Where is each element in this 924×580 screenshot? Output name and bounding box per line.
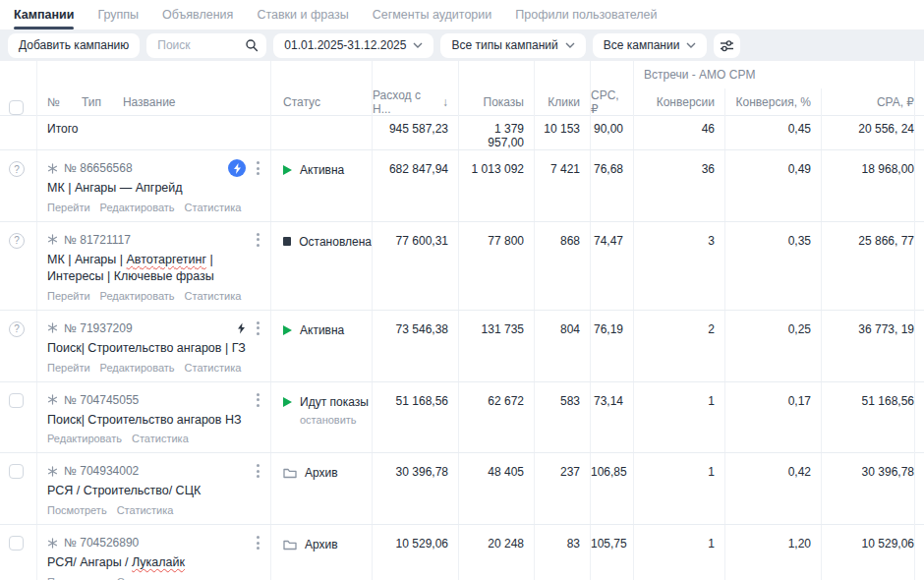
status-cell: Архив [270,453,372,524]
column-header-cpc[interactable]: CPC, ₽ [590,88,633,116]
campaigns-table: Встречи - AMO CPM № Тип Название Статус … [0,61,924,580]
column-header-cost[interactable]: Расход с Н... ↓ [372,88,458,116]
campaign-name: РСЯ / Строительство/ СЦК [47,483,264,499]
cost-cell: 77 600,31 [372,222,458,310]
tab-groups[interactable]: Группы [97,1,139,29]
cost-header-label: Расход с Н... [373,88,438,116]
row-action-link[interactable]: Перейти [47,202,90,213]
column-header-type[interactable]: Тип [82,95,101,109]
column-header-clicks[interactable]: Клики [534,88,590,116]
campaign-number: № 704526890 [64,536,139,550]
row-action-link[interactable]: Перейти [47,290,90,302]
status-label: Архив [305,466,338,480]
row-action-link[interactable]: Статистика [185,290,242,302]
kebab-menu-icon[interactable] [252,391,264,409]
stop-campaign-link[interactable]: остановить [300,414,372,426]
campaign-name: Поиск| Строительство ангаров | ГЗ [47,340,264,357]
help-icon[interactable]: ? [9,321,25,337]
row-action-link[interactable]: Статистика [117,576,174,580]
campaign-name: МК | Ангары | Автотаргетинг | Интересы |… [47,252,264,285]
totals-cost: 945 587,23 [372,116,458,149]
row-actions: ПосмотретьСтатистика [47,504,264,516]
tab-ads[interactable]: Объявления [162,1,233,29]
row-action-link[interactable]: Посмотреть [47,576,107,580]
tab-audience-segments[interactable]: Сегменты аудитории [373,1,492,29]
tab-bids-phrases[interactable]: Ставки и фразы [257,1,348,29]
campaign-cell: № 81721117 МК | Ангары | Автотаргетинг |… [36,222,270,310]
filter-settings-button[interactable] [714,33,740,58]
campaign-filter-select[interactable]: Все кампании [593,33,708,58]
shows-cell: 1 013 092 [458,150,534,221]
cpa-cell: 18 968,00 [821,150,924,221]
campaign-type-icon [47,538,58,549]
date-range-select[interactable]: 01.01.2025-31.12.2025 [273,33,433,58]
table-row: ? № 704526890 РСЯ/ Ангары / Лукалайк Пос… [0,525,924,580]
scrollbar-track[interactable] [914,61,915,580]
help-icon[interactable]: ? [9,161,25,177]
column-header-num[interactable]: № [47,95,60,109]
tab-campaigns[interactable]: Кампании [14,1,74,29]
kebab-menu-icon[interactable] [252,462,264,480]
conv-rate-cell: 0,42 [724,453,821,524]
kebab-menu-icon[interactable] [252,231,264,249]
row-checkbox[interactable] [9,464,24,479]
cost-cell: 10 529,06 [372,525,458,580]
cost-cell: 51 168,56 [372,382,458,453]
play-icon [283,325,292,335]
campaign-type-icon [47,394,58,405]
status-label: Архив [305,538,338,551]
column-header-cpa[interactable]: CPA, ₽ [821,88,924,116]
chevron-down-icon [686,42,696,48]
conversions-cell: 1 [633,453,724,524]
status-cell: Архив [270,525,372,580]
row-action-link[interactable]: Статистика [185,362,242,374]
bolt-icon[interactable] [237,322,246,334]
search-input[interactable] [157,38,242,52]
campaign-cell: № 71937209 Поиск| Строительство ангаров … [36,311,270,381]
row-action-link[interactable]: Посмотреть [47,504,107,516]
search-icon [245,38,259,52]
table-row: ? № 86656568 МК | Ангары — Апгрейд Перей… [0,150,924,222]
status-cell: Идут показы остановить [270,382,372,453]
status-label: Остановлена [299,235,372,249]
row-action-link[interactable]: Редактировать [100,290,175,302]
boost-bolt-badge-icon[interactable] [228,159,246,177]
shows-cell: 62 672 [458,382,534,453]
column-header-conv-rate[interactable]: Конверсия, % [724,88,821,116]
tab-user-profiles[interactable]: Профили пользователей [515,1,657,29]
campaign-type-select[interactable]: Все типы кампаний [440,33,585,58]
column-header-status[interactable]: Статус [270,88,372,116]
row-checkbox[interactable] [9,393,24,408]
shows-cell: 20 248 [458,525,534,580]
row-action-link[interactable]: Статистика [132,433,189,444]
campaign-cell: № 704934002 РСЯ / Строительство/ СЦК Пос… [36,453,270,524]
stop-icon [283,237,291,246]
column-header-conversions[interactable]: Конверсии [633,88,724,116]
cpc-cell: 105,75 [590,525,633,580]
row-action-link[interactable]: Редактировать [100,202,175,213]
row-action-link[interactable]: Перейти [47,362,90,374]
table-body: ? № 86656568 МК | Ангары — Апгрейд Перей… [0,150,924,580]
add-campaign-button[interactable]: Добавить кампанию [8,33,140,58]
select-all-checkbox[interactable] [9,100,24,115]
row-action-link[interactable]: Статистика [185,202,242,213]
shows-cell: 77 800 [458,222,534,310]
row-left-cell: ? [0,150,36,221]
row-actions: ПосмотретьСтатистика [47,576,264,580]
kebab-menu-icon[interactable] [252,159,264,177]
row-action-link[interactable]: Редактировать [47,433,122,444]
kebab-menu-icon[interactable] [252,534,264,551]
campaigns-page: Кампании Группы Объявления Ставки и фраз… [0,0,924,580]
kebab-menu-icon[interactable] [252,319,264,337]
help-icon[interactable]: ? [9,233,25,249]
row-left-cell: ? [0,525,36,580]
cpc-cell: 76,19 [590,311,633,381]
row-action-link[interactable]: Статистика [117,504,174,516]
search-box[interactable] [146,33,266,58]
row-checkbox[interactable] [9,536,24,551]
column-header-shows[interactable]: Показы [458,88,534,116]
conv-rate-cell: 0,17 [724,382,821,453]
row-actions: ПерейтиРедактироватьСтатистика [47,202,264,213]
row-action-link[interactable]: Редактировать [100,362,175,374]
column-header-name[interactable]: Название [123,95,176,109]
